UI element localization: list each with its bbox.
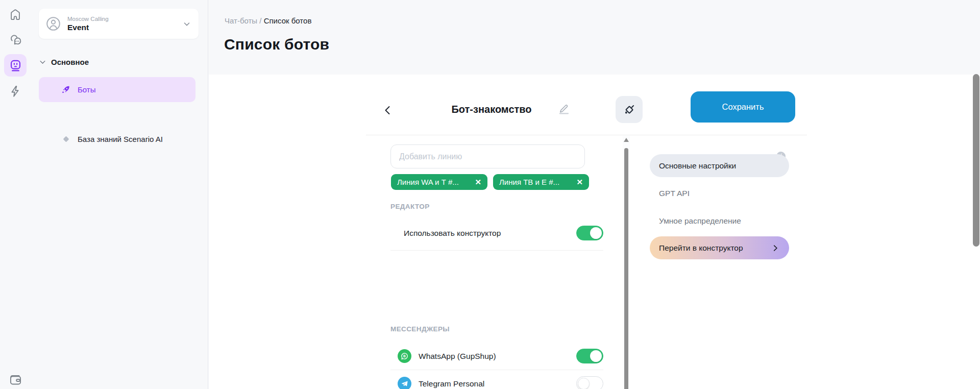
home-icon[interactable] (8, 7, 23, 22)
form-scrollbar-thumb[interactable] (624, 148, 628, 389)
menu-item-go-to-constructor[interactable]: Перейти в конструктор (650, 236, 789, 259)
menu-item-label: Основные настройки (659, 161, 736, 171)
chevron-down-icon (39, 58, 46, 66)
menu-item-label: Перейти в конструктор (659, 244, 743, 253)
telegram-personal-toggle[interactable] (576, 376, 603, 389)
scroll-up-arrow-icon[interactable] (624, 138, 629, 142)
use-constructor-row: Использовать конструктор (390, 216, 603, 251)
sidebar-section-main[interactable]: Основное (39, 58, 89, 66)
sidebar-item-label: Боты (78, 85, 96, 94)
chats-icon[interactable] (8, 32, 23, 47)
menu-item-main-settings[interactable]: Основные настройки (650, 154, 789, 177)
paint-style-button[interactable] (616, 96, 643, 123)
sidebar: Moscow Calling Event Основное Боты (0, 0, 208, 389)
sidebar-section-label: Основное (51, 58, 89, 66)
breadcrumb-separator: / (257, 16, 264, 25)
menu-item-smart-distribution[interactable]: Умное распределение (650, 209, 789, 232)
page-title: Список ботов (224, 36, 329, 53)
bot-icon[interactable] (4, 54, 27, 77)
messenger-name: Telegram Personal (419, 379, 484, 388)
menu-item-label: Умное распределение (659, 216, 741, 226)
remove-chip-icon[interactable]: ✕ (475, 178, 481, 187)
line-chip[interactable]: Линия ТВ и Е #... ✕ (493, 174, 589, 190)
bot-settings-panel: Бот-знакомство Сохранить Линия WA и Т #.… (209, 75, 980, 389)
wallet-icon[interactable] (8, 372, 23, 387)
chip-label: Линия WA и Т #... (397, 178, 459, 186)
diamond-icon (61, 135, 70, 144)
svg-text:B: B (403, 354, 406, 358)
page-scrollbar-thumb[interactable] (973, 74, 979, 247)
paint-bucket-icon (622, 103, 636, 116)
menu-item-label: GPT API (659, 189, 690, 198)
workspace-subtitle: Moscow Calling (67, 16, 109, 22)
line-chip[interactable]: Линия WA и Т #... ✕ (391, 174, 487, 190)
whatsapp-icon: B (398, 349, 411, 363)
add-line-input[interactable] (390, 144, 585, 168)
chevron-right-icon (771, 244, 780, 253)
messenger-row-telegram-personal: Telegram Personal (390, 370, 603, 389)
back-button[interactable] (381, 103, 395, 117)
settings-menu: Основные настройки GPT API Умное распред… (650, 135, 789, 263)
messenger-name: WhatsApp (GupShup) (419, 352, 496, 361)
workspace-avatar-icon (45, 16, 61, 32)
use-constructor-toggle[interactable] (576, 226, 603, 240)
messengers-section-label: МЕССЕНДЖЕРЫ (390, 325, 450, 333)
chip-label: Линия ТВ и Е #... (499, 178, 559, 186)
sidebar-item-label: База знаний Scenario AI (78, 135, 163, 143)
bot-title: Бот-знакомство (420, 104, 563, 115)
workspace-title: Event (67, 23, 109, 32)
use-constructor-label: Использовать конструктор (404, 229, 501, 238)
edit-pencil-icon[interactable] (558, 101, 571, 115)
menu-item-gpt-api[interactable]: GPT API (650, 182, 789, 205)
workspace-switcher[interactable]: Moscow Calling Event (39, 9, 199, 39)
breadcrumb: Чат-боты / Список ботов (225, 16, 311, 25)
remove-chip-icon[interactable]: ✕ (576, 178, 583, 187)
editor-section-label: РЕДАКТОР (390, 203, 430, 210)
breadcrumb-current: Список ботов (264, 16, 312, 25)
sidebar-item-knowledge-base[interactable]: База знаний Scenario AI (39, 127, 195, 152)
save-button[interactable]: Сохранить (691, 91, 795, 123)
breadcrumb-parent[interactable]: Чат-боты (225, 16, 257, 25)
messenger-list: B WhatsApp (GupShup) Telegram Personal (390, 343, 603, 389)
chevron-down-icon (182, 19, 191, 29)
sidebar-item-bots[interactable]: Боты (39, 77, 195, 102)
whatsapp-toggle[interactable] (576, 349, 603, 363)
form-scrollbar[interactable] (623, 136, 630, 389)
messenger-row-whatsapp: B WhatsApp (GupShup) (390, 343, 603, 370)
app-root: Moscow Calling Event Основное Боты (0, 0, 980, 389)
line-chips: Линия WA и Т #... ✕ Линия ТВ и Е #... ✕ (391, 174, 589, 190)
telegram-icon (398, 377, 411, 389)
lightning-icon[interactable] (8, 84, 23, 99)
rocket-icon (61, 85, 70, 94)
